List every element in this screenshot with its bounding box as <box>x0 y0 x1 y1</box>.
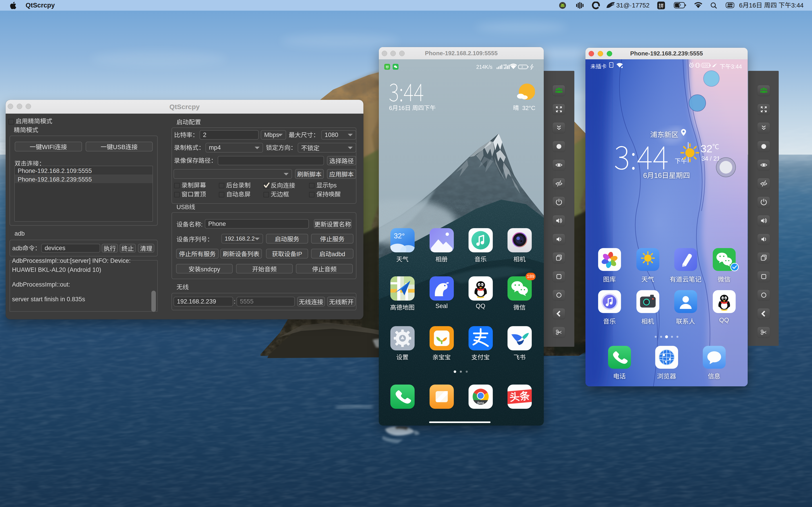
svg-text:3: 3 <box>521 65 523 69</box>
svg-text:头条: 头条 <box>509 388 530 404</box>
svg-text:!: ! <box>610 63 611 67</box>
svg-text:Beta: Beta <box>477 401 485 405</box>
svg-text:100: 100 <box>703 63 708 67</box>
svg-text:HD: HD <box>503 64 507 66</box>
svg-text:32°: 32° <box>394 232 405 240</box>
